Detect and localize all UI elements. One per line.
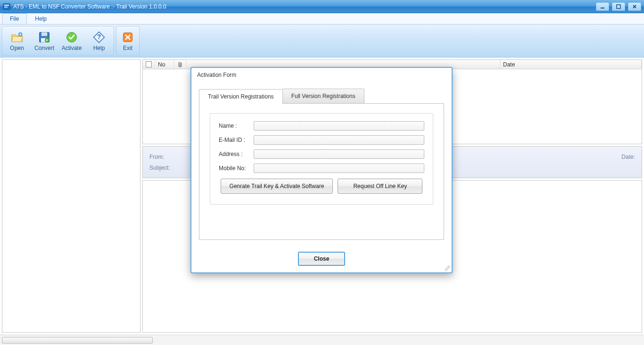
help-button[interactable]: ? Help xyxy=(86,27,112,54)
toolbar-group-main: Open Convert Activate ? Help xyxy=(2,26,114,56)
maximize-button[interactable] xyxy=(612,2,625,11)
menu-file[interactable]: File xyxy=(2,13,27,24)
svg-rect-7 xyxy=(41,32,47,36)
check-circle-icon xyxy=(65,31,78,44)
name-input[interactable] xyxy=(254,121,424,131)
statusbar xyxy=(0,335,644,345)
open-button[interactable]: Open xyxy=(4,27,30,54)
col-attachment[interactable] xyxy=(174,60,186,69)
activate-button[interactable]: Activate xyxy=(58,27,85,54)
svg-text:?: ? xyxy=(97,33,101,41)
dialog-title: Activation Form xyxy=(191,68,452,80)
svg-rect-3 xyxy=(601,8,604,8)
svg-rect-4 xyxy=(617,5,620,8)
svg-rect-1 xyxy=(4,5,9,6)
save-disk-icon xyxy=(38,31,51,44)
minimize-button[interactable] xyxy=(596,2,609,11)
preview-from-label: From: xyxy=(149,154,164,160)
request-offline-key-button[interactable]: Request Off Line Key xyxy=(338,179,422,194)
menu-help[interactable]: Help xyxy=(27,13,55,24)
app-icon xyxy=(3,3,10,10)
activate-label: Activate xyxy=(62,45,82,51)
email-input[interactable] xyxy=(254,135,424,145)
convert-label: Convert xyxy=(34,45,54,51)
exit-button[interactable]: Exit xyxy=(118,27,138,54)
window-title: ATS - EML to NSF Converter Software :- T… xyxy=(13,3,166,10)
svg-rect-2 xyxy=(4,7,8,8)
address-label: Address : xyxy=(219,151,254,157)
email-label: E-Mail ID : xyxy=(219,137,254,143)
toolbar: Open Convert Activate ? Help xyxy=(0,25,644,58)
preview-date-label: Date: xyxy=(621,154,635,160)
open-label: Open xyxy=(10,45,24,51)
dialog-close-button[interactable]: Close xyxy=(298,252,345,266)
resize-grip[interactable] xyxy=(445,265,450,271)
tab-full-registration[interactable]: Full Version Registrations xyxy=(282,89,364,103)
convert-button[interactable]: Convert xyxy=(31,27,58,54)
toolbar-group-exit: Exit xyxy=(116,26,140,56)
window-titlebar: ATS - EML to NSF Converter Software :- T… xyxy=(0,0,644,13)
col-checkbox[interactable] xyxy=(143,60,155,69)
tab-panel-trail: Name : E-Mail ID : Address : Mobile No: … xyxy=(199,103,444,240)
col-date[interactable]: Date xyxy=(500,60,642,69)
mobile-label: Mobile No: xyxy=(219,165,254,172)
folder-tree-panel[interactable] xyxy=(2,59,140,333)
exit-close-icon xyxy=(121,31,134,44)
menubar: File Help xyxy=(0,13,644,25)
folder-open-icon xyxy=(10,31,24,44)
preview-subject-label: Subject: xyxy=(149,164,170,171)
help-label: Help xyxy=(93,45,105,51)
exit-label: Exit xyxy=(123,45,132,51)
close-window-button[interactable] xyxy=(628,2,641,11)
tab-trail-registration[interactable]: Trail Version Registrations xyxy=(199,89,283,104)
generate-trail-key-button[interactable]: Genrate Trail Key & Activate Software xyxy=(221,179,333,194)
progress-bar xyxy=(2,337,153,344)
address-input[interactable] xyxy=(254,149,424,159)
paperclip-icon xyxy=(177,61,183,68)
dialog-tabs: Trail Version Registrations Full Version… xyxy=(199,89,444,103)
mobile-input[interactable] xyxy=(254,164,424,173)
activation-dialog: Activation Form Trail Version Registrati… xyxy=(190,67,453,273)
name-label: Name : xyxy=(219,123,254,129)
col-no[interactable]: No xyxy=(155,60,174,69)
help-diamond-icon: ? xyxy=(92,31,106,44)
registration-form-group: Name : E-Mail ID : Address : Mobile No: … xyxy=(210,113,433,205)
